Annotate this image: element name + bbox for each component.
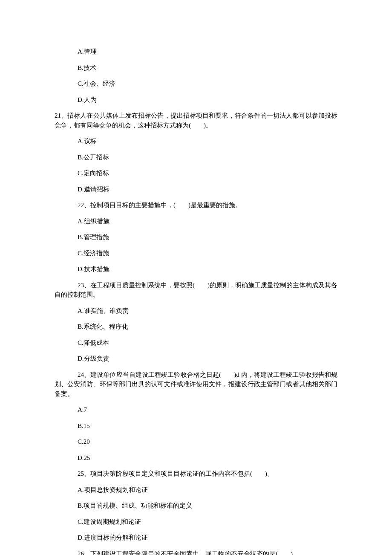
q26-stem: 26、下列建设工程安全隐患的不安全因素中，属于物的不安全状态的是( )。 bbox=[55, 549, 337, 555]
q25-option-a: A.项目总投资规划和论证 bbox=[55, 485, 337, 495]
q22-option-a: A.组织措施 bbox=[55, 217, 337, 226]
q21-option-b: B.公开招标 bbox=[55, 153, 337, 162]
q25-stem: 25、项目决策阶段项目定义和项目目标论证的工作内容不包括( )。 bbox=[55, 469, 337, 479]
q23-stem: 23、在工程项目质量控制系统中，要按照( )的原则，明确施工质量控制的主体构成及… bbox=[55, 280, 337, 300]
q22-option-c: C.经济措施 bbox=[55, 249, 337, 258]
q23-option-b: B.系统化、程序化 bbox=[55, 322, 337, 332]
q21-option-a: A.议标 bbox=[55, 136, 337, 146]
q23-option-c: C.降低成本 bbox=[55, 338, 337, 348]
q24-option-c: C.20 bbox=[55, 437, 337, 447]
q22-option-b: B.管理措施 bbox=[55, 232, 337, 242]
q24-stem: 24、建设单位应当自建设工程竣工验收合格之日起( )d 内，将建设工程竣工验收报… bbox=[55, 370, 337, 399]
q22-stem: 22、控制项目目标的主要措施中，( )是最重要的措施。 bbox=[55, 200, 337, 210]
q23-option-d: D.分级负责 bbox=[55, 354, 337, 364]
q20-option-a: A.管理 bbox=[55, 47, 337, 57]
q24-option-b: B.15 bbox=[55, 421, 337, 431]
q21-option-d: D.邀请招标 bbox=[55, 185, 337, 194]
q25-option-b: B.项目的规模、组成、功能和标准的定义 bbox=[55, 501, 337, 511]
q21-stem: 21、招标人在公共媒体上发布招标公告，提出招标项目和要求，符合条件的一切法人都可… bbox=[55, 111, 337, 130]
q20-option-c: C.社会、经济 bbox=[55, 79, 337, 89]
q20-option-d: D.人为 bbox=[55, 95, 337, 105]
q24-option-a: A.7 bbox=[55, 405, 337, 415]
q22-option-d: D.技术措施 bbox=[55, 264, 337, 274]
q21-option-c: C.定向招标 bbox=[55, 168, 337, 178]
q20-option-b: B.技术 bbox=[55, 63, 337, 73]
q23-option-a: A.谁实施、谁负责 bbox=[55, 306, 337, 316]
q25-option-d: D.进度目标的分解和论证 bbox=[55, 533, 337, 543]
q25-option-c: C.建设周期规划和论证 bbox=[55, 517, 337, 527]
q24-option-d: D.25 bbox=[55, 453, 337, 463]
